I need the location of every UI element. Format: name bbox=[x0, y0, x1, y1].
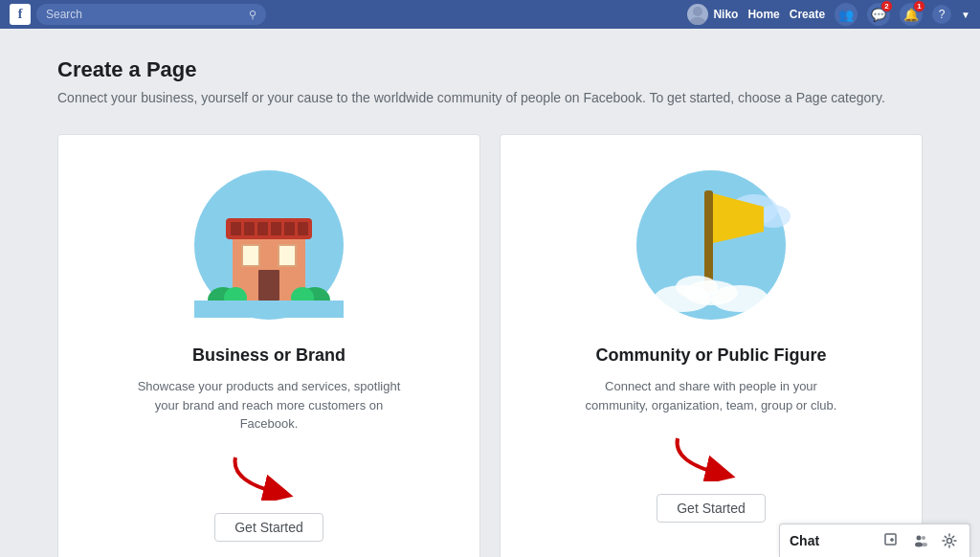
business-card-desc: Showcase your products and services, spo… bbox=[135, 377, 403, 434]
business-card: Business or Brand Showcase your products… bbox=[57, 134, 480, 557]
svg-rect-11 bbox=[242, 245, 259, 266]
svg-rect-10 bbox=[298, 222, 308, 235]
chat-compose-button[interactable] bbox=[881, 530, 902, 551]
svg-rect-22 bbox=[704, 190, 713, 291]
settings-icon bbox=[942, 533, 957, 548]
svg-point-0 bbox=[693, 7, 702, 16]
svg-rect-6 bbox=[244, 222, 255, 235]
svg-point-31 bbox=[917, 536, 922, 541]
nav-user[interactable]: Niko bbox=[687, 4, 738, 25]
svg-rect-5 bbox=[231, 222, 241, 235]
business-arrow bbox=[226, 453, 312, 501]
friends-icon: 👥 bbox=[838, 8, 854, 22]
svg-rect-9 bbox=[284, 222, 295, 235]
messages-button[interactable]: 💬 2 bbox=[867, 3, 890, 26]
nav-home-link[interactable]: Home bbox=[747, 8, 779, 21]
community-card-title: Community or Public Figure bbox=[595, 345, 826, 366]
svg-point-32 bbox=[915, 543, 923, 547]
community-card-desc: Connect and share with people in your co… bbox=[577, 377, 845, 414]
community-get-started-button[interactable]: Get Started bbox=[657, 494, 766, 523]
chat-settings-button[interactable] bbox=[939, 530, 960, 551]
svg-point-26 bbox=[711, 285, 768, 312]
help-button[interactable]: ? bbox=[932, 5, 951, 24]
user-name: Niko bbox=[713, 8, 738, 21]
people-icon bbox=[913, 533, 928, 548]
compose-icon bbox=[884, 533, 900, 548]
search-icon: ⚲ bbox=[249, 9, 256, 21]
business-get-started-button[interactable]: Get Started bbox=[214, 513, 323, 542]
community-illustration bbox=[615, 164, 807, 326]
svg-point-27 bbox=[676, 276, 718, 299]
svg-rect-18 bbox=[194, 301, 344, 318]
page-subtitle: Connect your business, yourself or your … bbox=[57, 90, 923, 105]
question-icon: ? bbox=[939, 8, 946, 21]
business-illustration bbox=[173, 164, 365, 326]
cards-row: Business or Brand Showcase your products… bbox=[57, 134, 923, 557]
chat-bar: Chat bbox=[779, 524, 970, 557]
chat-label: Chat bbox=[790, 533, 874, 548]
dropdown-caret[interactable]: ▼ bbox=[961, 10, 970, 20]
messages-badge: 2 bbox=[880, 0, 893, 12]
navbar-right: Niko Home Create 👥 💬 2 🔔 1 ? ▼ bbox=[687, 3, 970, 26]
svg-point-34 bbox=[922, 543, 927, 546]
navbar-left: f ⚲ bbox=[10, 4, 266, 25]
chat-people-button[interactable] bbox=[910, 530, 931, 551]
avatar bbox=[687, 4, 708, 25]
community-svg bbox=[625, 167, 797, 324]
nav-create-link[interactable]: Create bbox=[790, 8, 825, 21]
svg-point-1 bbox=[690, 17, 705, 25]
svg-rect-8 bbox=[271, 222, 281, 235]
svg-point-35 bbox=[947, 539, 952, 544]
community-arrow bbox=[668, 434, 754, 481]
business-card-title: Business or Brand bbox=[192, 345, 345, 366]
svg-point-33 bbox=[922, 536, 925, 540]
notifications-badge: 1 bbox=[913, 0, 925, 12]
search-input[interactable] bbox=[46, 8, 245, 21]
svg-rect-12 bbox=[278, 245, 296, 266]
svg-rect-13 bbox=[258, 270, 279, 301]
page-title: Create a Page bbox=[57, 57, 923, 82]
main-content: Create a Page Connect your business, you… bbox=[0, 29, 980, 557]
business-svg bbox=[183, 167, 355, 324]
facebook-logo[interactable]: f bbox=[10, 4, 31, 25]
friend-requests-button[interactable]: 👥 bbox=[835, 3, 858, 26]
notifications-button[interactable]: 🔔 1 bbox=[900, 3, 923, 26]
search-bar: ⚲ bbox=[36, 4, 266, 25]
svg-rect-7 bbox=[257, 222, 268, 235]
community-card: Community or Public Figure Connect and s… bbox=[500, 134, 923, 557]
navbar: f ⚲ Niko Home Create 👥 💬 2 🔔 1 ? bbox=[0, 0, 980, 29]
